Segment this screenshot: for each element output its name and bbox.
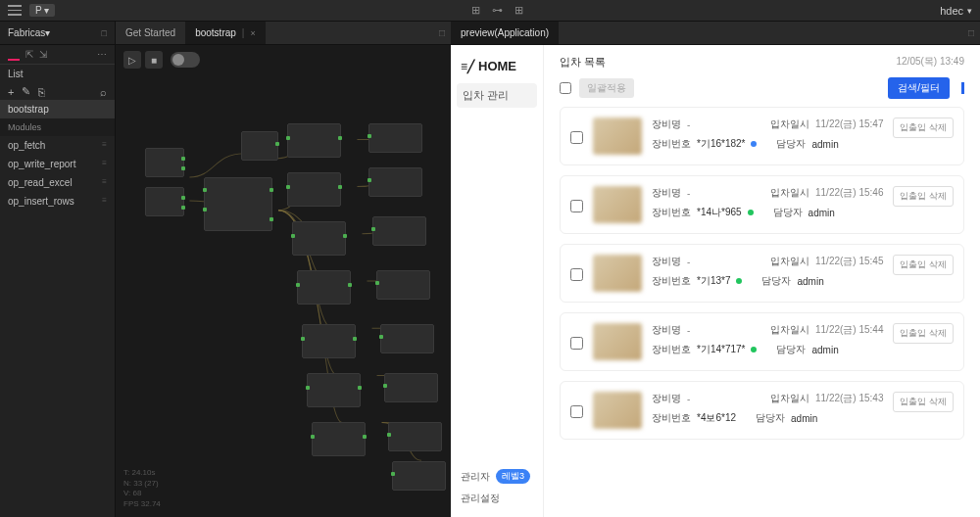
module-item[interactable]: op_write_report≡: [0, 155, 115, 173]
tab-get-started[interactable]: Get Started: [116, 22, 185, 44]
time-value: 11/22(금) 15:43: [815, 392, 884, 405]
row-checkbox[interactable]: [570, 131, 583, 144]
sidebar-item-inbound[interactable]: 입차 관리: [457, 83, 537, 108]
row-checkbox[interactable]: [570, 200, 583, 212]
delete-button[interactable]: 입출입 삭제: [893, 323, 954, 344]
toolbar-icon-3[interactable]: ⊞: [514, 4, 523, 17]
chevron-down-icon: ▾: [967, 6, 972, 16]
time-value: 11/22(금) 15:44: [815, 323, 884, 337]
hamburger-icon[interactable]: [8, 4, 22, 18]
time-label: 입차일시: [770, 323, 809, 337]
edit-icon[interactable]: ✎: [22, 85, 30, 98]
delete-button[interactable]: 입출입 삭제: [893, 255, 954, 275]
row-checkbox[interactable]: [570, 268, 583, 281]
status-dot: [736, 278, 742, 284]
bulk-apply-button[interactable]: 일괄적용: [579, 78, 634, 98]
select-all-checkbox[interactable]: [560, 82, 571, 94]
graph-stats: T: 24.10sN: 33 (27)V: 68FPS 32.74: [123, 468, 161, 509]
stop-button[interactable]: ■: [145, 51, 163, 69]
panel-menu-icon[interactable]: □: [439, 27, 445, 38]
home-link[interactable]: ≡╱ HOME: [451, 53, 543, 79]
preview-sidebar: ≡╱ HOME 입차 관리 관리자 레벨3 관리설정: [451, 45, 544, 517]
sidebar: Fabricas ▾ □ ⇱ ⇲ ⋯ List + ✎ ⎘ ⌕ bootstra…: [0, 22, 116, 517]
list-item: 장비명 - 입차일시 11/22(금) 15:45 장비번호 *기13*7 담당…: [560, 244, 964, 303]
owner-value: admin: [811, 139, 838, 150]
owner-value: admin: [811, 345, 838, 355]
status-dot: [751, 347, 757, 352]
topbar: P ▾ ⊞ ⊶ ⊞ hdec ▾: [0, 0, 980, 22]
close-icon[interactable]: ×: [250, 28, 255, 38]
module-item[interactable]: op_insert_rows≡: [0, 192, 115, 211]
search-icon[interactable]: ⌕: [100, 86, 107, 98]
equip-label: 장비명: [652, 186, 681, 200]
list-item: 장비명 - 입차일시 11/22(금) 15:47 장비번호 *기16*182*…: [560, 107, 964, 165]
sidebar-title: Fabricas: [8, 27, 45, 38]
thumbnail: [593, 323, 642, 360]
preview-panel: preview(Application) □ ≡╱ HOME 입차 관리 관리자…: [451, 22, 980, 517]
delete-button[interactable]: 입출입 삭제: [893, 118, 954, 138]
time-label: 입차일시: [770, 255, 809, 268]
row-checkbox[interactable]: [570, 405, 583, 418]
no-label: 장비번호: [652, 274, 691, 288]
play-button[interactable]: ▷: [123, 51, 141, 69]
toolbar-icon-2[interactable]: ⊶: [492, 4, 503, 17]
no-label: 장비번호: [652, 137, 691, 151]
filter-icon[interactable]: [8, 49, 20, 61]
settings-link[interactable]: 관리설정: [451, 488, 543, 509]
toolbar-icon-1[interactable]: ⊞: [471, 4, 480, 17]
row-checkbox[interactable]: [570, 337, 583, 350]
graph-canvas[interactable]: T: 24.10sN: 33 (27)V: 68FPS 32.74: [116, 45, 451, 517]
search-filter-button[interactable]: 검색/필터: [888, 77, 950, 99]
home-icon: ≡╱: [461, 60, 474, 73]
no-value: *기14*717*: [697, 343, 745, 356]
thumbnail: [593, 118, 642, 155]
module-item[interactable]: op_read_excel≡: [0, 173, 115, 192]
close-icon[interactable]: □: [102, 28, 107, 38]
equip-value: -: [687, 257, 690, 267]
delete-button[interactable]: 입출입 삭제: [893, 392, 954, 412]
tab-bootstrap[interactable]: bootstrap|×: [185, 22, 266, 44]
user-menu[interactable]: hdec ▾: [940, 5, 972, 17]
chevron-down-icon[interactable]: ▾: [45, 27, 50, 38]
delete-button[interactable]: 입출입 삭제: [893, 186, 954, 207]
thumbnail: [593, 255, 642, 292]
page-datetime: 12/05(목) 13:49: [897, 55, 965, 70]
modules-section-label: Modules: [0, 118, 115, 136]
no-label: 장비번호: [652, 206, 691, 219]
tabs-row: Get Startedbootstrap|× □: [116, 22, 451, 45]
preview-content: 입차 목록 12/05(목) 13:49 일괄적용 검색/필터 장비명 - 입차…: [544, 45, 980, 517]
equip-label: 장비명: [652, 255, 681, 268]
list-section-label: List: [0, 65, 115, 83]
tab-preview[interactable]: preview(Application): [451, 22, 559, 44]
level-badge: 레벨3: [496, 469, 530, 484]
more-icon[interactable]: ⋯: [97, 49, 107, 60]
collapse-icon[interactable]: ⇱: [25, 49, 33, 60]
owner-label: 담당자: [773, 206, 803, 219]
module-item[interactable]: op_fetch≡: [0, 136, 115, 155]
project-badge[interactable]: P ▾: [29, 4, 55, 17]
no-label: 장비번호: [652, 411, 691, 425]
owner-label: 담당자: [776, 343, 806, 356]
no-value: *기16*182*: [697, 137, 745, 151]
expand-icon[interactable]: ⇲: [39, 49, 47, 60]
panel-menu-icon[interactable]: □: [968, 27, 974, 38]
copy-icon[interactable]: ⎘: [38, 86, 45, 98]
list-item[interactable]: bootstrap: [0, 100, 115, 118]
time-value: 11/22(금) 15:45: [815, 255, 884, 268]
time-label: 입차일시: [770, 392, 809, 405]
add-icon[interactable]: +: [8, 86, 14, 98]
equip-label: 장비명: [652, 392, 681, 405]
status-dot: [751, 141, 757, 147]
owner-label: 담당자: [776, 137, 806, 151]
no-value: *14나*965: [697, 206, 742, 219]
no-value: *기13*7: [697, 274, 730, 288]
time-value: 11/22(금) 15:46: [815, 186, 884, 200]
list-item: 장비명 - 입차일시 11/22(금) 15:44 장비번호 *기14*717*…: [560, 312, 964, 371]
owner-label: 담당자: [756, 411, 785, 425]
list-item: 장비명 - 입차일시 11/22(금) 15:43 장비번호 *4보6*12 담…: [560, 381, 964, 440]
time-value: 11/22(금) 15:47: [815, 118, 884, 131]
owner-value: admin: [791, 413, 817, 424]
equip-label: 장비명: [652, 323, 681, 337]
auto-toggle[interactable]: [171, 52, 200, 68]
admin-label: 관리자: [461, 470, 490, 484]
